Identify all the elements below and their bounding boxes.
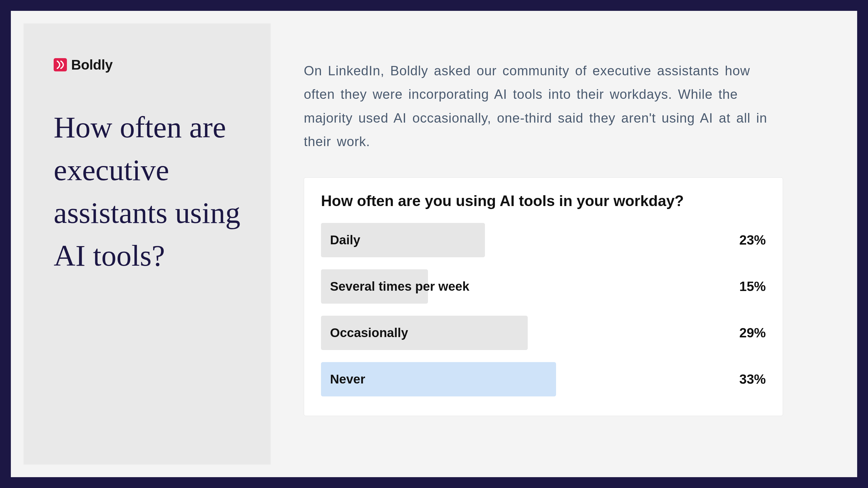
poll-rows: Daily23%Several times per week15%Occasio…	[321, 223, 766, 396]
poll-row: Occasionally29%	[321, 316, 766, 350]
poll-row: Never33%	[321, 362, 766, 396]
poll-option-percent: 15%	[739, 279, 766, 294]
poll-option-percent: 23%	[739, 233, 766, 248]
poll-question: How often are you using AI tools in your…	[321, 192, 766, 210]
brand-logo-icon	[54, 58, 67, 71]
poll-option-percent: 33%	[739, 372, 766, 387]
brand-name: Boldly	[71, 57, 113, 73]
poll-option-label: Daily	[321, 233, 360, 247]
poll-option-label: Occasionally	[321, 326, 408, 340]
poll-option-label: Never	[321, 372, 365, 387]
brand-lockup: Boldly	[54, 57, 247, 73]
poll-card: How often are you using AI tools in your…	[304, 177, 783, 416]
poll-row: Daily23%	[321, 223, 766, 257]
canvas: Boldly How often are executive assistant…	[11, 11, 857, 477]
headline: How often are executive assistants using…	[54, 106, 247, 277]
intro-paragraph: On LinkedIn, Boldly asked our community …	[304, 59, 774, 153]
poll-row: Several times per week15%	[321, 269, 766, 304]
poll-option-percent: 29%	[739, 325, 766, 340]
outer-frame: Boldly How often are executive assistant…	[0, 0, 868, 488]
side-panel: Boldly How often are executive assistant…	[24, 24, 271, 464]
main-content: On LinkedIn, Boldly asked our community …	[271, 11, 857, 477]
poll-option-label: Several times per week	[321, 279, 469, 294]
